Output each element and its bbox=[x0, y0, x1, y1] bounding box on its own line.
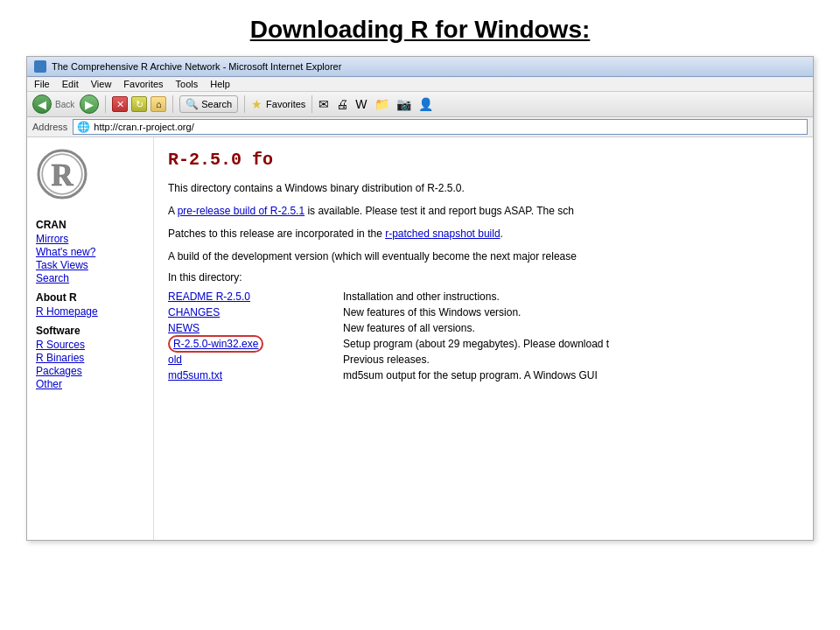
table-row: CHANGESNew features of this Windows vers… bbox=[168, 304, 799, 320]
browser-sidebar: R CRAN Mirrors What's new? Task Views Se… bbox=[27, 137, 154, 540]
address-label: Address bbox=[32, 122, 67, 132]
refresh-button[interactable]: ↻ bbox=[131, 96, 147, 112]
software-section-title: Software bbox=[36, 325, 146, 337]
search-toolbar-label: Search bbox=[201, 99, 232, 109]
main-heading: R-2.5.0 fo bbox=[168, 150, 799, 170]
dir-link-news[interactable]: NEWS bbox=[168, 322, 200, 334]
para-3: Patches to this release are incorporated… bbox=[168, 226, 799, 242]
para-4: A build of the development version (whic… bbox=[168, 248, 799, 264]
sidebar-link-other[interactable]: Other bbox=[36, 378, 146, 390]
sidebar-link-task-views[interactable]: Task Views bbox=[36, 259, 146, 271]
menu-view[interactable]: View bbox=[91, 79, 112, 89]
dir-desc-win32exe: Setup program (about 29 megabytes). Plea… bbox=[343, 336, 799, 352]
dir-desc-md5sum: md5sum output for the setup program. A W… bbox=[343, 368, 799, 383]
home-button[interactable]: ⌂ bbox=[150, 96, 166, 112]
address-input[interactable]: 🌐 http://cran.r-project.org/ bbox=[73, 119, 808, 135]
about-section-title: About R bbox=[36, 291, 146, 304]
favorites-star-icon: ★ bbox=[251, 97, 262, 111]
dir-desc-changes: New features of this Windows version. bbox=[343, 304, 799, 320]
para-2: A pre-release build of R-2.5.1 is availa… bbox=[168, 203, 799, 219]
r-logo: R bbox=[36, 148, 88, 200]
sidebar-link-search[interactable]: Search bbox=[36, 272, 146, 284]
menu-edit[interactable]: Edit bbox=[62, 79, 79, 89]
menu-tools[interactable]: Tools bbox=[176, 79, 199, 89]
back-label: Back bbox=[55, 100, 74, 109]
browser-window: The Comprehensive R Archive Network - Mi… bbox=[26, 56, 814, 541]
address-icon: 🌐 bbox=[77, 121, 90, 133]
browser-toolbar: ◀ Back ▶ ✕ ↻ ⌂ 🔍 Search ★ Favorites ✉ 🖨 … bbox=[27, 92, 813, 117]
browser-title: The Comprehensive R Archive Network - Mi… bbox=[52, 61, 341, 72]
table-row: R-2.5.0-win32.exeSetup program (about 29… bbox=[168, 336, 799, 352]
search-toolbar-button[interactable]: 🔍 Search bbox=[179, 95, 238, 113]
dir-link-md5sum[interactable]: md5sum.txt bbox=[168, 369, 222, 382]
directory-label: In this directory: bbox=[168, 271, 799, 284]
word-icon[interactable]: W bbox=[355, 97, 367, 111]
forward-button[interactable]: ▶ bbox=[80, 94, 99, 114]
dir-link-old[interactable]: old bbox=[168, 354, 182, 366]
table-row: md5sum.txtmd5sum output for the setup pr… bbox=[168, 368, 799, 383]
table-row: oldPrevious releases. bbox=[168, 352, 799, 368]
directory-table: README R-2.5.0Installation and other ins… bbox=[168, 289, 799, 383]
folder-icon[interactable]: 📁 bbox=[374, 97, 389, 111]
browser-menubar: File Edit View Favorites Tools Help bbox=[27, 77, 813, 92]
address-url: http://cran.r-project.org/ bbox=[94, 122, 193, 132]
table-row: NEWSNew features of all versions. bbox=[168, 320, 799, 336]
table-row: README R-2.5.0Installation and other ins… bbox=[168, 289, 799, 304]
sidebar-link-packages[interactable]: Packages bbox=[36, 365, 146, 377]
sidebar-link-whats-new[interactable]: What's new? bbox=[36, 246, 146, 258]
dir-link-readme[interactable]: README R-2.5.0 bbox=[168, 290, 250, 303]
back-button[interactable]: ◀ bbox=[32, 94, 52, 114]
menu-favorites[interactable]: Favorites bbox=[123, 79, 163, 89]
dir-desc-readme: Installation and other instructions. bbox=[343, 289, 799, 304]
menu-file[interactable]: File bbox=[34, 79, 50, 89]
dir-desc-news: New features of all versions. bbox=[343, 320, 799, 336]
browser-content: R CRAN Mirrors What's new? Task Views Se… bbox=[27, 137, 813, 540]
menu-help[interactable]: Help bbox=[210, 79, 230, 89]
mail-icon[interactable]: ✉ bbox=[318, 97, 329, 111]
browser-addressbar: Address 🌐 http://cran.r-project.org/ bbox=[27, 117, 813, 137]
para-1: This directory contains a Windows binary… bbox=[168, 180, 799, 196]
page-title: Downloading R for Windows: bbox=[0, 0, 840, 56]
media-icon[interactable]: 📷 bbox=[396, 97, 411, 111]
toolbar-sep-2 bbox=[172, 95, 173, 113]
dir-link-changes[interactable]: CHANGES bbox=[168, 306, 220, 318]
pre-release-link[interactable]: pre-release build of R-2.5.1 bbox=[178, 205, 304, 217]
ie-icon bbox=[34, 60, 46, 73]
sidebar-link-r-homepage[interactable]: R Homepage bbox=[36, 305, 146, 318]
favorites-label[interactable]: Favorites bbox=[266, 99, 305, 109]
users-icon[interactable]: 👤 bbox=[418, 97, 433, 111]
browser-titlebar: The Comprehensive R Archive Network - Mi… bbox=[27, 57, 813, 77]
svg-text:R: R bbox=[51, 158, 74, 192]
sidebar-link-r-binaries[interactable]: R Binaries bbox=[36, 352, 146, 364]
sidebar-link-r-sources[interactable]: R Sources bbox=[36, 339, 146, 351]
stop-button[interactable]: ✕ bbox=[112, 96, 128, 112]
toolbar-sep-1 bbox=[105, 95, 106, 113]
toolbar-sep-4 bbox=[312, 95, 312, 113]
print-icon[interactable]: 🖨 bbox=[336, 97, 348, 111]
search-toolbar-icon: 🔍 bbox=[186, 98, 199, 110]
dir-desc-old: Previous releases. bbox=[343, 352, 799, 368]
sidebar-link-mirrors[interactable]: Mirrors bbox=[36, 233, 146, 245]
r-patched-link[interactable]: r-patched snapshot build bbox=[385, 228, 500, 240]
toolbar-sep-3 bbox=[244, 95, 245, 113]
cran-section-title: CRAN bbox=[36, 219, 146, 231]
main-content-area: R-2.5.0 fo This directory contains a Win… bbox=[154, 137, 813, 540]
dir-link-win32exe[interactable]: R-2.5.0-win32.exe bbox=[168, 335, 263, 353]
